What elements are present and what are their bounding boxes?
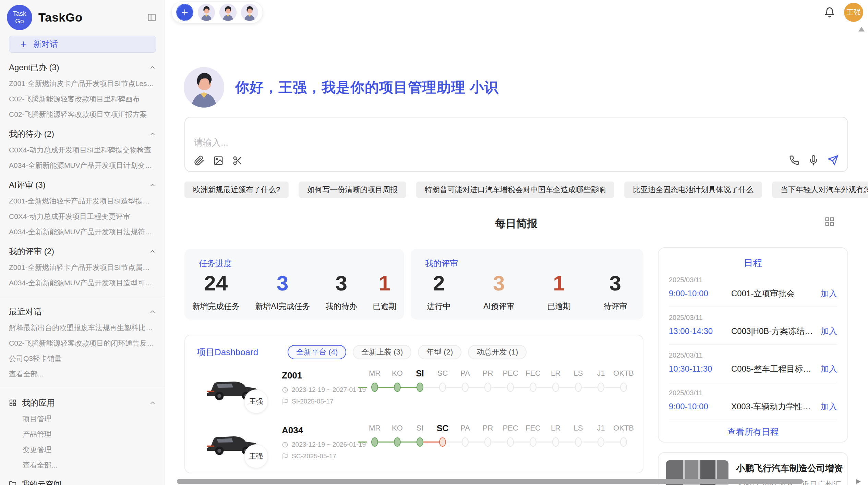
milestone-dot bbox=[462, 383, 469, 392]
schedule-event: 2025/03/11 9:00-10:00 C001-立项审批会 加入 bbox=[669, 269, 837, 307]
app-link-change[interactable]: 变更管理 bbox=[9, 445, 156, 455]
milestone-timeline: MR KO SI SC PA PR PEC FEC LR LS J1 OKTB bbox=[363, 422, 635, 447]
milestone-dot bbox=[507, 437, 514, 447]
suggestion-chip[interactable]: 特朗普可能对进口汽车增税会对中国车企造成哪些影响 bbox=[416, 182, 614, 198]
view-all-schedule[interactable]: 查看所有日程 bbox=[659, 426, 847, 437]
suggestion-chips: 欧洲新规最近颁布了什么? 如何写一份清晰的项目周报 特朗普可能对进口汽车增税会对… bbox=[184, 182, 848, 198]
list-item[interactable]: Z001-全新燃油轻卡产品开发项目SI节点属性5D文件评审 bbox=[9, 263, 156, 272]
join-link[interactable]: 加入 bbox=[821, 401, 837, 412]
scroll-right-arrow[interactable] bbox=[856, 479, 861, 484]
schedule-event: 2025/03/11 9:00-10:00 X003-车辆动力学性能验... 加… bbox=[669, 382, 837, 420]
chevron-up-icon bbox=[149, 248, 156, 255]
suggestion-chip[interactable]: 比亚迪全固态电池计划具体说了什么 bbox=[624, 182, 762, 198]
layout-switch-icon[interactable] bbox=[824, 216, 835, 227]
input-tools-right bbox=[789, 155, 839, 166]
tab-new-platform[interactable]: 全新平台 (4) bbox=[288, 345, 346, 359]
stat-label: AI预评审 bbox=[483, 301, 515, 312]
scroll-up-arrow[interactable] bbox=[858, 27, 865, 32]
list-item[interactable]: C0X4-动力总成开发项目SI里程碑提交物检查 bbox=[9, 145, 156, 155]
stat-label: 已逾期 bbox=[373, 301, 396, 312]
project-dates: 2023-12-19 ~ 2027-01-19 bbox=[282, 386, 366, 394]
section-recent-chats[interactable]: 最近对话 bbox=[9, 306, 156, 317]
tab-powertrain[interactable]: 动总开发 (1) bbox=[468, 345, 527, 359]
milestone-dot bbox=[575, 383, 582, 392]
project-row[interactable]: 王强 A034 2023-12-19 ~ 2026-01-19 SC-2025-… bbox=[185, 420, 643, 473]
section-ai-review[interactable]: AI评审 (3) bbox=[9, 179, 156, 190]
view-all-apps[interactable]: 查看全部... bbox=[9, 460, 156, 470]
milestone-dot bbox=[462, 437, 469, 447]
stat: 1 已逾期 bbox=[547, 271, 571, 312]
image-upload-icon[interactable] bbox=[213, 156, 224, 166]
agent-avatar[interactable] bbox=[219, 4, 237, 21]
app-link-project[interactable]: 项目管理 bbox=[9, 414, 156, 424]
tab-year-model[interactable]: 年型 (2) bbox=[418, 345, 461, 359]
screenshot-icon[interactable] bbox=[232, 156, 243, 166]
event-date: 2025/03/11 bbox=[669, 351, 837, 359]
stat-label: 待评审 bbox=[603, 301, 627, 312]
attachment-icon[interactable] bbox=[194, 156, 204, 166]
stat-value: 3 bbox=[483, 271, 515, 296]
phone-icon[interactable] bbox=[789, 155, 799, 165]
section-agent-done[interactable]: Agent已办 (3) bbox=[9, 62, 156, 73]
input-tools-left bbox=[194, 156, 243, 166]
agent-avatar[interactable] bbox=[241, 4, 258, 21]
chat-input-card bbox=[184, 117, 848, 172]
section-my-todo[interactable]: 我的待办 (2) bbox=[9, 128, 156, 139]
app-link-product[interactable]: 产品管理 bbox=[9, 430, 156, 439]
milestone-timeline: MR KO SI SC PA PR PEC FEC LR LS J1 OKTB bbox=[363, 368, 635, 392]
mic-icon[interactable] bbox=[808, 155, 819, 165]
list-item[interactable]: A034-全新新能源MUV产品开发项目造型可行性评审 bbox=[9, 278, 156, 288]
section-my-apps[interactable]: 我的应用 bbox=[9, 397, 156, 408]
event-date: 2025/03/11 bbox=[669, 389, 837, 397]
event-date: 2025/03/11 bbox=[669, 314, 837, 322]
suggestion-chip[interactable]: 欧洲新规最近颁布了什么? bbox=[184, 182, 289, 198]
list-item[interactable]: A034-全新新能源MUV产品开发项目法规符合性评审 bbox=[9, 227, 156, 237]
new-chat-button[interactable]: 新对话 bbox=[9, 36, 156, 53]
suggestion-chip[interactable]: 当下年轻人对汽车外观有怎样的喜好趋势 bbox=[772, 182, 868, 198]
list-item[interactable]: 解释最新出台的欧盟报废车法规再生塑料比例被调至15%... bbox=[9, 323, 156, 333]
milestone-dot-overdue bbox=[439, 437, 446, 447]
join-link[interactable]: 加入 bbox=[821, 288, 837, 299]
add-agent-button[interactable] bbox=[176, 4, 193, 21]
join-link[interactable]: 加入 bbox=[821, 326, 837, 337]
join-link[interactable]: 加入 bbox=[821, 363, 837, 374]
milestone-dot bbox=[507, 383, 514, 392]
plus-icon bbox=[20, 40, 28, 48]
milestone-dot bbox=[598, 437, 604, 447]
chat-input[interactable] bbox=[185, 117, 847, 149]
tab-new-body[interactable]: 全新上装 (3) bbox=[353, 345, 411, 359]
list-item[interactable]: Z001-全新燃油皮卡产品开发项目SI节点Lesson Learn报告 bbox=[9, 79, 156, 88]
logo-text-bottom: Go bbox=[15, 17, 24, 25]
event-name: C001-立项审批会 bbox=[731, 288, 816, 299]
stat: 24 新增完成任务 bbox=[192, 271, 240, 312]
folder-icon bbox=[9, 481, 16, 485]
horizontal-scrollbar-thumb[interactable] bbox=[177, 479, 803, 484]
section-my-review[interactable]: 我的评审 (2) bbox=[9, 246, 156, 257]
list-item[interactable]: A034-全新新能源MUV产品开发项目计划变更表编写 bbox=[9, 161, 156, 170]
sidebar: Task Go TaskGo 新对话 Agent已办 (3) Z001-全新燃油… bbox=[0, 0, 165, 485]
milestone-dot bbox=[575, 437, 582, 447]
project-row[interactable]: 王强 Z001 2023-12-19 ~ 2027-01-19 SI-2025-… bbox=[185, 365, 643, 420]
agent-avatar[interactable] bbox=[198, 4, 215, 21]
logo-text-top: Task bbox=[13, 10, 26, 17]
clock-icon bbox=[282, 442, 288, 448]
list-item[interactable]: 公司Q3轻卡销量 bbox=[9, 354, 156, 363]
sidebar-collapse-icon[interactable] bbox=[147, 13, 157, 22]
topbar-right: 王强 bbox=[824, 3, 863, 22]
list-item[interactable]: C0X4-动力总成开发项目工程变更评审 bbox=[9, 212, 156, 221]
bell-icon[interactable] bbox=[824, 7, 835, 18]
list-item[interactable]: C02-飞腾新能源轻客改款项目的闭环通告反馈情况 bbox=[9, 338, 156, 348]
stat-value: 1 bbox=[547, 271, 571, 296]
list-item[interactable]: Z001-全新燃油轻卡产品开发项目SI造型提交物评审 bbox=[9, 196, 156, 206]
user-avatar[interactable]: 王强 bbox=[844, 3, 863, 22]
owner-badge: 王强 bbox=[244, 389, 268, 413]
my-cloud-space[interactable]: 我的云空间 bbox=[9, 479, 156, 485]
schedule-card: 日程 2025/03/11 9:00-10:00 C001-立项审批会 加入 2… bbox=[658, 247, 848, 443]
divider bbox=[0, 388, 164, 388]
list-item[interactable]: C02-飞腾新能源轻客改款项目里程碑画布 bbox=[9, 94, 156, 104]
suggestion-chip[interactable]: 如何写一份清晰的项目周报 bbox=[299, 182, 406, 198]
list-item[interactable]: C02-飞腾新能源轻客改款项目立项汇报方案 bbox=[9, 110, 156, 119]
grid-icon bbox=[9, 399, 16, 407]
send-icon[interactable] bbox=[828, 155, 839, 166]
view-all-recent[interactable]: 查看全部... bbox=[9, 369, 156, 379]
